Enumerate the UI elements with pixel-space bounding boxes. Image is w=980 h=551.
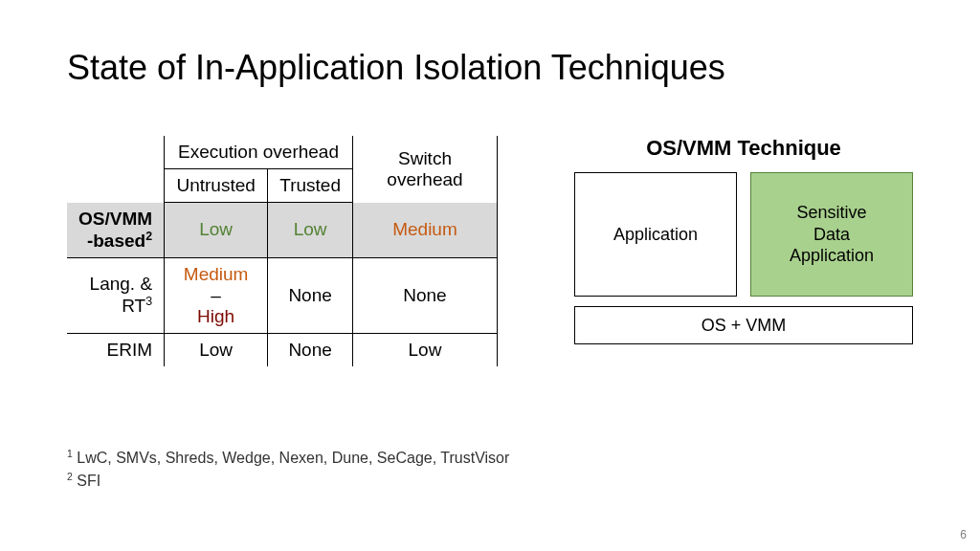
table-row-osvmm: OS/VMM -based2 Low Low Medium	[67, 203, 498, 258]
sens-line1: Sensitive	[796, 203, 866, 222]
box-sens-lines: Sensitive Data Application	[790, 202, 874, 267]
langrt-untrusted-sep: –	[211, 285, 221, 305]
col-switch-overhead: Switch overhead	[352, 136, 497, 203]
empty-cell	[67, 136, 165, 169]
row-label-erim: ERIM	[67, 333, 165, 366]
fn2-text: SFI	[73, 473, 100, 489]
footnotes: 1 LwC, SMVs, Shreds, Wedge, Nexen, Dune,…	[67, 449, 509, 494]
box-sensitive-data-application: Sensitive Data Application	[750, 172, 913, 297]
row-label-osvmm: OS/VMM -based2	[67, 203, 165, 258]
box-application: Application	[574, 172, 737, 297]
erim-trusted: None	[268, 333, 353, 366]
osvmm-trusted: Low	[268, 203, 353, 258]
diagram-title: OS/VMM Technique	[574, 136, 913, 161]
footnote-2: 2 SFI	[67, 472, 509, 490]
comparison-table: Execution overhead Switch overhead Untru…	[67, 136, 498, 366]
langrt-untrusted-p2: High	[197, 306, 234, 326]
table-row-erim: ERIM Low None Low	[67, 333, 498, 366]
langrt-untrusted: Medium – High	[165, 257, 268, 333]
slide: State of In-Application Isolation Techni…	[0, 0, 980, 551]
table-row-langrt: Lang. & RT3 Medium – High None None	[67, 257, 498, 333]
erim-untrusted: Low	[165, 333, 268, 366]
table-header-row-1: Execution overhead Switch overhead	[67, 136, 498, 169]
slide-title: State of In-Application Isolation Techni…	[67, 48, 913, 88]
osvmm-untrusted: Low	[165, 203, 268, 258]
col-trusted: Trusted	[268, 169, 353, 203]
footnote-1: 1 LwC, SMVs, Shreds, Wedge, Nexen, Dune,…	[67, 449, 509, 467]
osvmm-diagram: OS/VMM Technique Application Sensitive D…	[574, 136, 913, 344]
fn1-text: LwC, SMVs, Shreds, Wedge, Nexen, Dune, S…	[73, 451, 510, 467]
content-area: Execution overhead Switch overhead Untru…	[67, 136, 913, 366]
osvmm-label-line1: OS/VMM	[78, 209, 152, 229]
page-number: 6	[960, 528, 967, 541]
sens-line3: Application	[790, 246, 874, 265]
langrt-label-line2: RT	[122, 296, 145, 316]
sens-line2: Data	[813, 225, 850, 244]
langrt-label-line1: Lang. &	[90, 274, 153, 294]
langrt-trusted: None	[268, 257, 353, 333]
langrt-untrusted-p1: Medium	[184, 264, 249, 284]
osvmm-label-line2: -based	[87, 231, 145, 251]
langrt-switch: None	[352, 257, 497, 333]
erim-switch: Low	[352, 333, 497, 366]
langrt-sup: 3	[145, 295, 152, 308]
col-execution-overhead: Execution overhead	[165, 136, 353, 169]
box-os-vmm: OS + VMM	[574, 306, 913, 344]
osvmm-sup: 2	[145, 230, 152, 243]
osvmm-switch: Medium	[352, 203, 497, 258]
diagram-top-row: Application Sensitive Data Application	[574, 172, 913, 297]
col-untrusted: Untrusted	[165, 169, 268, 203]
empty-cell	[67, 169, 165, 203]
row-label-langrt: Lang. & RT3	[67, 257, 165, 333]
